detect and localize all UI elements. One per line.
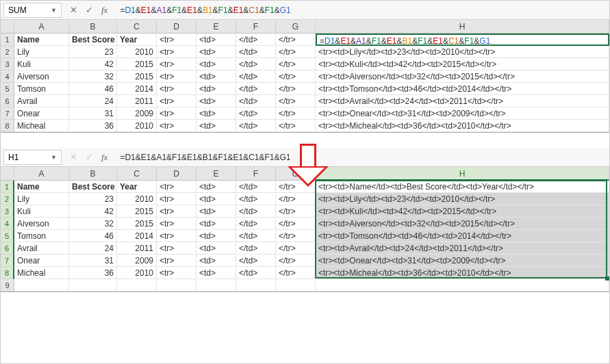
cell[interactable]: <td> [196,70,236,83]
cell[interactable]: 2015 [117,205,157,218]
cell[interactable]: Name [14,34,69,46]
cell[interactable]: Kuli [14,58,69,70]
cell[interactable]: </td> [236,95,276,107]
cell[interactable]: 31 [69,107,117,120]
cell[interactable]: </td> [236,205,276,218]
cell[interactable]: <tr><td>Onear</td><td>31</td><td>2009</t… [316,107,609,120]
cell[interactable] [157,279,196,291]
cell[interactable]: <td> [196,205,236,218]
cell[interactable]: <tr> [157,34,196,46]
cell[interactable]: Avrail [14,242,69,255]
cell[interactable]: Name [14,181,69,193]
cell[interactable]: </tr> [276,193,316,205]
cell[interactable]: </td> [236,255,276,267]
cell[interactable]: Best Score [69,34,117,46]
cell[interactable]: </tr> [276,230,316,242]
cell[interactable]: Micheal [14,267,69,279]
cell[interactable]: 24 [69,242,117,255]
cell[interactable] [276,279,316,291]
cell[interactable] [117,279,157,291]
cell[interactable]: Tomson [14,230,69,242]
cell[interactable]: Year [117,181,157,193]
cell[interactable]: 2015 [117,218,157,230]
cell[interactable]: <tr> [157,193,196,205]
cell[interactable]: Aiverson [14,70,69,83]
cell[interactable]: <td> [196,193,236,205]
cell[interactable]: Avrail [14,95,69,107]
cell[interactable]: 2011 [117,242,157,255]
column-header[interactable]: C [117,167,157,181]
cell[interactable]: <tr> [157,267,196,279]
cell[interactable]: <tr> [157,70,196,83]
cell[interactable]: <tr><td>Avrail</td><td>24</td><td>2011</… [316,242,609,255]
cell[interactable]: =D1&E1&A1&F1&E1&B1&F1&E1&C1&F1&G1 [316,34,609,46]
name-box[interactable]: H1 ▼ [3,150,62,165]
cell[interactable]: </td> [236,193,276,205]
cell[interactable]: <tr><td>Avrail</td><td>24</td><td>2011</… [316,95,609,107]
row-header[interactable]: 4 [1,70,14,83]
fx-icon[interactable]: fx [101,152,107,163]
cell[interactable]: 2014 [117,230,157,242]
cell[interactable]: 2014 [117,83,157,95]
cell[interactable]: </tr> [276,255,316,267]
row-header[interactable]: 8 [1,120,14,132]
cell[interactable]: <tr><td>Kuli</td><td>42</td><td>2015</td… [316,58,609,70]
column-header[interactable]: A [14,167,69,181]
cell[interactable]: <td> [196,95,236,107]
cell[interactable]: </td> [236,230,276,242]
cell[interactable]: <tr><td>Micheal</td><td>36</td><td>2010<… [316,267,609,279]
row-header[interactable]: 8 [1,267,14,279]
column-header[interactable]: F [236,20,276,34]
cell[interactable]: </td> [236,120,276,132]
cell[interactable]: </td> [236,181,276,193]
cell[interactable]: </tr> [276,205,316,218]
cell[interactable]: <tr><td>Tomson</td><td>46</td><td>2014</… [316,230,609,242]
cell[interactable]: 23 [69,193,117,205]
cell[interactable]: 2010 [117,46,157,58]
row-header[interactable]: 6 [1,242,14,255]
cell[interactable]: 23 [69,46,117,58]
cell[interactable]: <td> [196,255,236,267]
cell[interactable]: <tr><td>Tomson</td><td>46</td><td>2014</… [316,83,609,95]
column-header[interactable]: H [316,20,609,34]
column-header[interactable]: F [236,167,276,181]
row-header[interactable]: 1 [1,181,14,193]
cell[interactable]: <tr><td>Onear</td><td>31</td><td>2009</t… [316,255,609,267]
row-header[interactable]: 2 [1,193,14,205]
column-header[interactable]: B [69,20,117,34]
cell[interactable]: </tr> [276,70,316,83]
cell[interactable]: Best Score [69,181,117,193]
cell[interactable]: Lily [14,46,69,58]
cell[interactable]: </tr> [276,34,316,46]
cell[interactable]: </tr> [276,218,316,230]
cell[interactable]: <tr><td>Aiverson</td><td>32</td><td>2015… [316,218,609,230]
cell[interactable]: <tr> [157,83,196,95]
cell[interactable]: 46 [69,83,117,95]
cell[interactable]: </td> [236,107,276,120]
cell[interactable]: <td> [196,58,236,70]
cell[interactable] [236,279,276,291]
cell[interactable]: Lily [14,193,69,205]
cell[interactable]: </td> [236,242,276,255]
cell[interactable]: 42 [69,205,117,218]
column-header[interactable]: D [157,167,196,181]
cell[interactable]: </td> [236,46,276,58]
cell[interactable]: <td> [196,267,236,279]
cell[interactable]: <tr><td>Aiverson</td><td>32</td><td>2015… [316,70,609,83]
cell[interactable]: <tr><td>Lily</td><td>23</td><td>2010</td… [316,193,609,205]
row-header[interactable]: 4 [1,218,14,230]
cell[interactable]: <td> [196,120,236,132]
cell[interactable]: </td> [236,70,276,83]
row-header[interactable]: 9 [1,279,14,291]
row-header[interactable]: 2 [1,46,14,58]
cell[interactable]: 36 [69,267,117,279]
cell[interactable]: 42 [69,58,117,70]
row-header[interactable]: 5 [1,230,14,242]
cell[interactable]: </tr> [276,267,316,279]
cell[interactable]: <td> [196,107,236,120]
cell[interactable]: <tr> [157,95,196,107]
column-header[interactable]: C [117,20,157,34]
cell[interactable]: <tr><td>Name</td><td>Best Score</td><td>… [316,181,609,193]
cell[interactable]: </td> [236,218,276,230]
formula-input[interactable]: =D1&E1&A1&F1&E1&B1&F1&E1&C1&F1&G1 [116,5,609,15]
